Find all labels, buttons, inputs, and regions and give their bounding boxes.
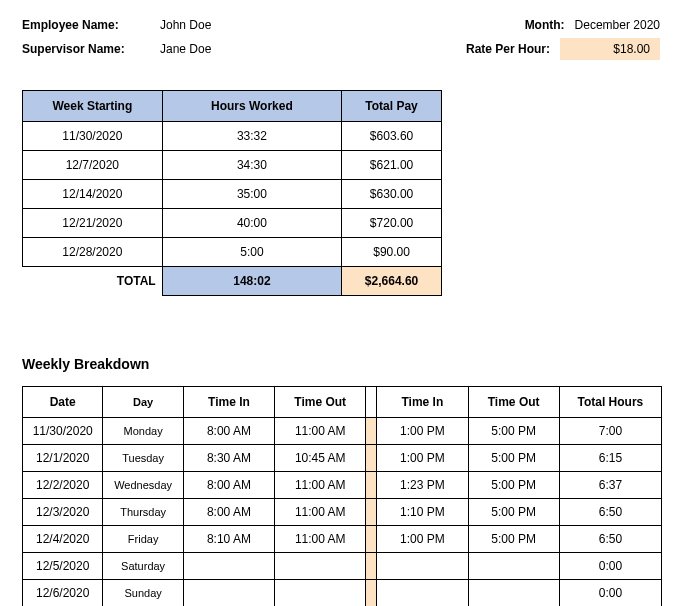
breakdown-in1: 8:30 AM	[183, 445, 274, 472]
table-row: 12/7/202034:30$621.00	[23, 151, 442, 180]
breakdown-gap	[366, 445, 377, 472]
breakdown-out1: 11:00 AM	[275, 472, 366, 499]
breakdown-in2: 1:23 PM	[377, 472, 468, 499]
breakdown-gap	[366, 472, 377, 499]
weekly-breakdown-title: Weekly Breakdown	[22, 356, 660, 372]
breakdown-in2: 1:10 PM	[377, 499, 468, 526]
breakdown-out2: 5:00 PM	[468, 499, 559, 526]
breakdown-table: Date Day Time In Time Out Time In Time O…	[22, 386, 662, 606]
breakdown-out2	[468, 553, 559, 580]
breakdown-date: 12/4/2020	[23, 526, 103, 553]
breakdown-in1	[183, 580, 274, 607]
breakdown-in2: 1:00 PM	[377, 418, 468, 445]
summary-total-pay: $2,664.60	[342, 267, 442, 296]
summary-total-label: TOTAL	[23, 267, 163, 296]
summary-col-hours: Hours Worked	[162, 91, 341, 122]
breakdown-date: 11/30/2020	[23, 418, 103, 445]
table-row: 12/2/2020Wednesday8:00 AM11:00 AM1:23 PM…	[23, 472, 662, 499]
breakdown-in2	[377, 580, 468, 607]
breakdown-total: 7:00	[559, 418, 661, 445]
summary-week: 12/21/2020	[23, 209, 163, 238]
breakdown-in2: 1:00 PM	[377, 526, 468, 553]
breakdown-in2: 1:00 PM	[377, 445, 468, 472]
table-row: 12/14/202035:00$630.00	[23, 180, 442, 209]
table-row: 12/5/2020Saturday0:00	[23, 553, 662, 580]
summary-hours: 33:32	[162, 122, 341, 151]
rate-label: Rate Per Hour:	[466, 42, 550, 56]
summary-pay: $603.60	[342, 122, 442, 151]
supervisor-name-value: Jane Doe	[160, 42, 211, 56]
breakdown-date: 12/1/2020	[23, 445, 103, 472]
breakdown-gap	[366, 553, 377, 580]
summary-pay: $630.00	[342, 180, 442, 209]
table-row: 12/6/2020Sunday0:00	[23, 580, 662, 607]
summary-col-week: Week Starting	[23, 91, 163, 122]
summary-total-hours: 148:02	[162, 267, 341, 296]
supervisor-name-label: Supervisor Name:	[22, 42, 160, 56]
table-row: 11/30/202033:32$603.60	[23, 122, 442, 151]
breakdown-gap	[366, 526, 377, 553]
summary-table: Week Starting Hours Worked Total Pay 11/…	[22, 90, 442, 296]
breakdown-day: Tuesday	[103, 445, 183, 472]
breakdown-col-date: Date	[23, 387, 103, 418]
breakdown-col-time-out-1: Time Out	[275, 387, 366, 418]
breakdown-total: 6:50	[559, 526, 661, 553]
breakdown-total: 0:00	[559, 580, 661, 607]
breakdown-day: Saturday	[103, 553, 183, 580]
employee-name-label: Employee Name:	[22, 18, 160, 32]
breakdown-day: Wednesday	[103, 472, 183, 499]
summary-hours: 34:30	[162, 151, 341, 180]
breakdown-col-time-out-2: Time Out	[468, 387, 559, 418]
breakdown-out2: 5:00 PM	[468, 445, 559, 472]
breakdown-out2: 5:00 PM	[468, 526, 559, 553]
table-row: 12/4/2020Friday8:10 AM11:00 AM1:00 PM5:0…	[23, 526, 662, 553]
employee-name-value: John Doe	[160, 18, 211, 32]
breakdown-total: 0:00	[559, 553, 661, 580]
breakdown-out1: 11:00 AM	[275, 418, 366, 445]
summary-col-pay: Total Pay	[342, 91, 442, 122]
breakdown-out2	[468, 580, 559, 607]
breakdown-in1	[183, 553, 274, 580]
breakdown-in1: 8:00 AM	[183, 499, 274, 526]
breakdown-out2: 5:00 PM	[468, 418, 559, 445]
summary-week: 12/14/2020	[23, 180, 163, 209]
breakdown-in2	[377, 553, 468, 580]
summary-pay: $621.00	[342, 151, 442, 180]
month-label: Month:	[525, 18, 565, 32]
breakdown-col-day: Day	[103, 387, 183, 418]
breakdown-in1: 8:00 AM	[183, 418, 274, 445]
breakdown-total: 6:37	[559, 472, 661, 499]
breakdown-date: 12/6/2020	[23, 580, 103, 607]
table-row: 12/1/2020Tuesday8:30 AM10:45 AM1:00 PM5:…	[23, 445, 662, 472]
summary-hours: 35:00	[162, 180, 341, 209]
month-value: December 2020	[575, 18, 660, 32]
breakdown-date: 12/2/2020	[23, 472, 103, 499]
table-row: 12/28/20205:00$90.00	[23, 238, 442, 267]
summary-pay: $720.00	[342, 209, 442, 238]
breakdown-day: Monday	[103, 418, 183, 445]
breakdown-day: Sunday	[103, 580, 183, 607]
breakdown-out1: 10:45 AM	[275, 445, 366, 472]
table-row: 12/21/202040:00$720.00	[23, 209, 442, 238]
breakdown-total: 6:15	[559, 445, 661, 472]
rate-value: $18.00	[560, 38, 660, 60]
summary-week: 12/7/2020	[23, 151, 163, 180]
breakdown-out2: 5:00 PM	[468, 472, 559, 499]
summary-hours: 40:00	[162, 209, 341, 238]
breakdown-out1: 11:00 AM	[275, 526, 366, 553]
table-row: 12/3/2020Thursday8:00 AM11:00 AM1:10 PM5…	[23, 499, 662, 526]
breakdown-total: 6:50	[559, 499, 661, 526]
breakdown-gap	[366, 499, 377, 526]
summary-pay: $90.00	[342, 238, 442, 267]
breakdown-in1: 8:00 AM	[183, 472, 274, 499]
breakdown-col-total: Total Hours	[559, 387, 661, 418]
summary-hours: 5:00	[162, 238, 341, 267]
breakdown-gap	[366, 418, 377, 445]
breakdown-out1	[275, 580, 366, 607]
breakdown-gap	[366, 580, 377, 607]
breakdown-col-time-in-1: Time In	[183, 387, 274, 418]
summary-week: 11/30/2020	[23, 122, 163, 151]
breakdown-day: Thursday	[103, 499, 183, 526]
breakdown-out1: 11:00 AM	[275, 499, 366, 526]
table-row: 11/30/2020Monday8:00 AM11:00 AM1:00 PM5:…	[23, 418, 662, 445]
